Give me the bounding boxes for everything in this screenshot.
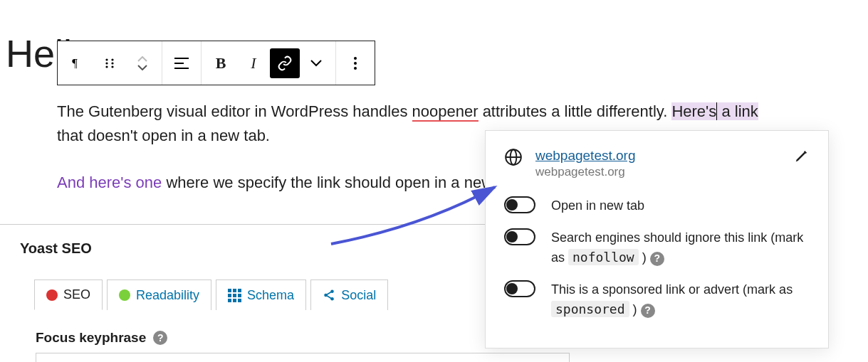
focus-keyphrase-input[interactable] <box>36 353 570 362</box>
italic-button[interactable]: I <box>237 47 270 80</box>
nofollow-toggle[interactable] <box>504 228 535 245</box>
tab-label: Social <box>341 288 376 303</box>
grid-icon <box>228 289 241 302</box>
svg-point-12 <box>354 67 357 70</box>
sponsored-toggle[interactable] <box>504 280 535 297</box>
svg-text:¶: ¶ <box>72 56 78 70</box>
svg-point-1 <box>105 58 108 60</box>
globe-icon <box>504 148 523 169</box>
code-text: nofollow <box>568 249 639 265</box>
align-button[interactable] <box>165 47 198 80</box>
svg-point-2 <box>111 58 113 60</box>
sponsored-label: This is a sponsored link or advert (mark… <box>551 280 810 319</box>
bold-button[interactable]: B <box>204 47 237 80</box>
svg-point-6 <box>111 65 113 68</box>
link-button[interactable] <box>270 48 300 78</box>
status-dot-icon <box>46 289 58 301</box>
tab-social[interactable]: Social <box>310 280 388 310</box>
text: ) <box>639 250 647 265</box>
svg-point-10 <box>354 57 357 60</box>
open-new-tab-toggle[interactable] <box>504 196 535 213</box>
label-text: Focus keyphrase <box>36 330 146 346</box>
edit-link-button[interactable] <box>794 148 810 168</box>
svg-point-5 <box>105 65 108 68</box>
svg-point-11 <box>354 62 357 65</box>
link-url-sub: webpagetest.org <box>535 165 636 179</box>
selected-link-text[interactable]: Here's <box>671 102 717 120</box>
block-type-button[interactable]: ¶ <box>61 47 93 80</box>
text: attributes a little differently. <box>479 102 672 120</box>
help-icon[interactable]: ? <box>641 304 655 318</box>
text: that doesn't open in a new tab. <box>57 127 270 144</box>
spellcheck-underline: noopener <box>412 102 479 122</box>
block-more-button[interactable] <box>339 47 372 80</box>
svg-line-17 <box>327 296 331 299</box>
tab-label: SEO <box>63 287 90 302</box>
help-icon[interactable]: ? <box>153 331 167 345</box>
text: This is a sponsored link or advert (mark… <box>551 282 793 297</box>
move-up-down-button[interactable] <box>126 47 159 80</box>
tab-seo[interactable]: SEO <box>34 280 103 310</box>
drag-handle-icon[interactable] <box>93 47 126 80</box>
smiley-icon <box>119 289 130 301</box>
code-text: sponsored <box>551 301 629 317</box>
svg-point-3 <box>105 62 108 64</box>
tab-readability[interactable]: Readability <box>107 280 211 310</box>
svg-line-16 <box>327 292 331 295</box>
text: ) <box>629 302 637 316</box>
help-icon[interactable]: ? <box>650 252 664 266</box>
tab-schema[interactable]: Schema <box>216 280 306 310</box>
share-icon <box>323 289 335 302</box>
tab-label: Readability <box>136 288 199 303</box>
tab-label: Schema <box>247 288 294 303</box>
text: The Gutenberg visual editor in WordPress… <box>57 102 412 120</box>
nofollow-label: Search engines should ignore this link (… <box>551 228 810 267</box>
link-settings-popover: webpagetest.org webpagetest.org Open in … <box>485 130 829 348</box>
more-richtext-button[interactable] <box>300 47 333 80</box>
selected-link-text[interactable]: a link <box>717 102 758 120</box>
block-toolbar: ¶ B I <box>57 41 375 85</box>
open-new-tab-label: Open in new tab <box>551 196 644 215</box>
svg-point-4 <box>111 62 113 64</box>
link-url[interactable]: webpagetest.org <box>535 148 636 164</box>
visited-link[interactable]: And here's one <box>57 174 162 191</box>
text: where we specify the link should open in… <box>162 174 523 191</box>
